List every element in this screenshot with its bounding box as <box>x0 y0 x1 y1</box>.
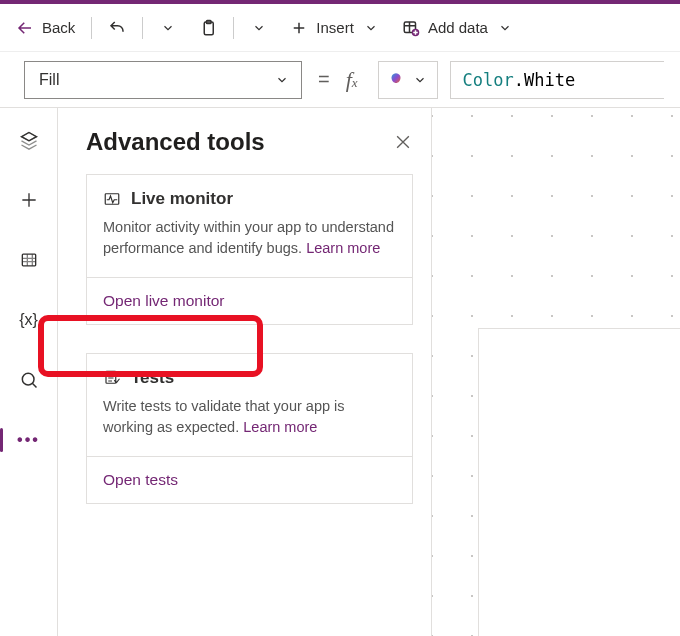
advanced-tools-panel: Advanced tools Live monitor Monitor acti… <box>58 108 432 636</box>
insert-button[interactable]: Insert <box>282 10 388 46</box>
learn-more-link[interactable]: Learn more <box>243 419 317 435</box>
checklist-icon <box>103 369 121 387</box>
left-rail: {x} ••• <box>0 108 58 636</box>
chevron-down-icon <box>250 19 268 37</box>
tests-card: Tests Write tests to validate that your … <box>86 353 413 504</box>
property-dropdown[interactable]: Fill <box>24 61 302 99</box>
token-color: Color <box>463 70 514 90</box>
chevron-down-icon <box>159 19 177 37</box>
grid-icon <box>19 250 39 270</box>
svg-point-5 <box>22 373 34 385</box>
copilot-button[interactable] <box>378 61 438 99</box>
formula-bar: Fill = fx Color.White <box>0 52 680 108</box>
open-live-monitor-button[interactable]: Open live monitor <box>87 277 412 324</box>
property-value: Fill <box>39 71 59 89</box>
paste-dropdown[interactable] <box>242 10 276 46</box>
canvas-screen[interactable] <box>478 328 680 636</box>
panel-title: Advanced tools <box>86 128 265 156</box>
paste-button[interactable] <box>191 10 225 46</box>
add-data-button[interactable]: Add data <box>394 10 522 46</box>
heartbeat-icon <box>103 190 121 208</box>
insert-label: Insert <box>316 19 354 36</box>
token-white: White <box>524 70 575 90</box>
equals-sign: = <box>314 68 334 91</box>
tree-view-button[interactable] <box>9 126 49 154</box>
token-dot: . <box>514 70 524 90</box>
card-description: Write tests to validate that your app is… <box>103 396 396 438</box>
copilot-icon <box>387 71 405 89</box>
separator <box>142 17 143 39</box>
back-label: Back <box>42 19 75 36</box>
data-rail-button[interactable] <box>9 246 49 274</box>
table-add-icon <box>402 19 420 37</box>
main-area: {x} ••• Advanced tools Live <box>0 108 680 636</box>
card-title: Live monitor <box>131 189 233 209</box>
variables-rail-button[interactable]: {x} <box>9 306 49 334</box>
open-tests-button[interactable]: Open tests <box>87 456 412 503</box>
separator <box>233 17 234 39</box>
more-icon: ••• <box>17 431 40 449</box>
search-icon <box>19 370 39 390</box>
learn-more-link[interactable]: Learn more <box>306 240 380 256</box>
plus-icon <box>290 19 308 37</box>
layers-icon <box>19 130 39 150</box>
undo-button[interactable] <box>100 10 134 46</box>
live-monitor-card: Live monitor Monitor activity within you… <box>86 174 413 325</box>
plus-icon <box>19 190 39 210</box>
undo-dropdown[interactable] <box>151 10 185 46</box>
canvas-area[interactable] <box>432 108 680 636</box>
clipboard-icon <box>199 19 217 37</box>
toolbar: Back Insert <box>0 4 680 52</box>
insert-rail-button[interactable] <box>9 186 49 214</box>
arrow-left-icon <box>16 19 34 37</box>
svg-rect-4 <box>22 254 35 266</box>
chevron-down-icon <box>496 19 514 37</box>
advanced-tools-rail-button[interactable]: ••• <box>9 426 49 454</box>
separator <box>91 17 92 39</box>
close-panel-button[interactable] <box>393 132 413 152</box>
fx-icon[interactable]: fx <box>346 67 366 93</box>
card-title: Tests <box>131 368 174 388</box>
search-rail-button[interactable] <box>9 366 49 394</box>
undo-icon <box>108 19 126 37</box>
chevron-down-icon <box>273 71 291 89</box>
variables-icon: {x} <box>19 311 38 329</box>
chevron-down-icon <box>411 71 429 89</box>
chevron-down-icon <box>362 19 380 37</box>
add-data-label: Add data <box>428 19 488 36</box>
card-description: Monitor activity within your app to unde… <box>103 217 396 259</box>
back-button[interactable]: Back <box>8 10 83 46</box>
formula-input[interactable]: Color.White <box>450 61 664 99</box>
